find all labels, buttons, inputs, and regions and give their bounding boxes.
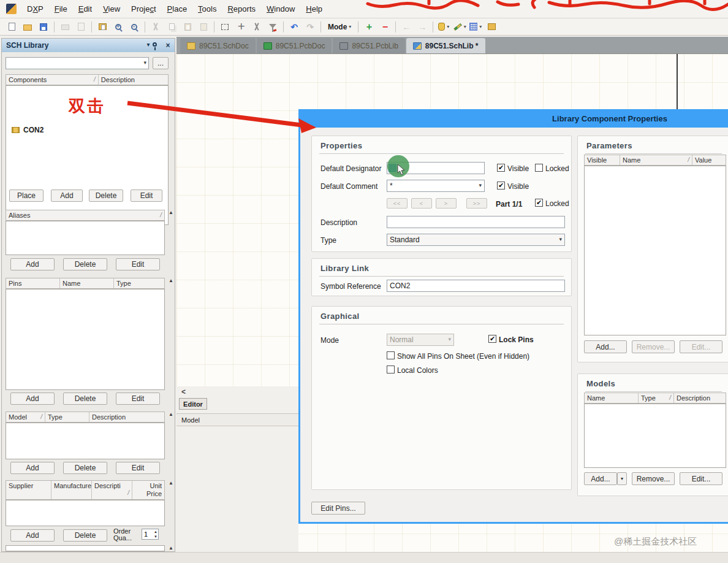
menu-view[interactable]: View <box>97 2 126 16</box>
add-pin-button[interactable]: Add <box>10 393 55 405</box>
panel-pin-icon[interactable] <box>153 42 161 47</box>
print-preview-icon[interactable] <box>74 20 88 34</box>
description-column-header[interactable]: Description <box>99 75 168 85</box>
edit-pins-button[interactable]: Edit Pins... <box>311 502 365 515</box>
scroll-up-icon[interactable]: ▲ <box>167 278 175 283</box>
grid-settings-icon[interactable]: ▾ <box>468 20 483 34</box>
aliases-column-header[interactable]: Aliases/ <box>6 210 164 220</box>
zoom-in-icon[interactable] <box>111 20 126 34</box>
add-part-icon[interactable]: + <box>362 20 376 34</box>
delete-model-button[interactable]: Delete <box>63 462 107 474</box>
add-supplier-button[interactable]: Add <box>10 529 55 542</box>
lock-pins-checkbox[interactable]: ✔ <box>488 335 496 343</box>
delete-alias-button[interactable]: Delete <box>63 258 107 270</box>
comment-visible-checkbox[interactable]: ✔ <box>497 182 505 190</box>
edit-parameter-button[interactable]: Edit... <box>680 340 722 353</box>
supplier-description-column-header[interactable]: Descripti/ <box>92 481 132 499</box>
component-row-con2[interactable]: CON2 <box>7 126 44 134</box>
delete-pin-button[interactable]: Delete <box>63 393 107 405</box>
filter-icon[interactable] <box>265 20 280 34</box>
tab-89c51-schdoc[interactable]: 89C51.SchDoc <box>180 38 256 53</box>
model-desc-column-header[interactable]: Description <box>674 393 726 403</box>
delete-supplier-button[interactable]: Delete <box>63 529 107 542</box>
add-model-dropdown-icon[interactable]: ▾ <box>617 472 627 485</box>
forward-icon[interactable]: → <box>415 20 430 34</box>
symbol-reference-field[interactable]: CON2 <box>387 280 565 292</box>
chevron-down-icon[interactable]: ▾ <box>143 59 146 66</box>
schematic-wire[interactable] <box>677 54 678 109</box>
pins-list[interactable] <box>6 289 165 390</box>
print-icon[interactable] <box>58 20 72 34</box>
model-section-bar[interactable]: Model <box>176 413 298 426</box>
type-combobox[interactable]: Standard ▾ <box>387 234 565 246</box>
edit-component-button[interactable]: Edit <box>131 190 162 202</box>
first-part-button[interactable]: << <box>387 198 408 209</box>
default-comment-combobox[interactable]: * ▾ <box>387 180 485 192</box>
last-part-button[interactable]: >> <box>466 198 487 209</box>
order-quantity-stepper[interactable]: 1 ▲▼ <box>142 529 159 540</box>
tab-89c51-schlib-[interactable]: 89C51.SchLib * <box>406 38 485 53</box>
undo-icon[interactable]: ↶ <box>287 20 301 34</box>
add-parameter-button[interactable]: Add... <box>584 340 627 353</box>
navigate-icon[interactable]: ▾ <box>436 20 451 34</box>
part-locked-checkbox[interactable]: ✔ <box>535 199 543 207</box>
scroll-up-icon[interactable]: ▲ <box>167 480 175 486</box>
model-type-column-header[interactable]: Type <box>45 412 89 422</box>
redo-icon[interactable]: ↷ <box>303 20 317 34</box>
tab-89c51-pcbdoc[interactable]: 89C51.PcbDoc <box>257 38 332 53</box>
aliases-list[interactable] <box>6 221 165 255</box>
bottom-list[interactable] <box>6 545 165 551</box>
save-icon[interactable] <box>36 20 51 34</box>
add-model-button[interactable]: Add... <box>584 472 617 485</box>
menu-help[interactable]: Help <box>300 2 328 16</box>
menu-window[interactable]: Window <box>261 2 300 16</box>
place-button[interactable]: Place <box>9 190 44 202</box>
scroll-up-icon[interactable]: ▲ <box>167 545 175 551</box>
chevron-down-icon[interactable]: ▾ <box>559 236 562 242</box>
menu-file[interactable]: File <box>49 2 73 16</box>
supplier-column-header[interactable]: Supplier <box>6 481 51 499</box>
pin-type-column-header[interactable]: Type <box>114 278 164 288</box>
model-column-header[interactable]: Model/ <box>6 412 45 422</box>
tab-editor[interactable]: Editor <box>179 398 207 410</box>
open-project-icon[interactable] <box>95 20 110 34</box>
back-icon[interactable]: ← <box>399 20 414 34</box>
add-model-button[interactable]: Add <box>10 462 55 474</box>
remove-parameter-button[interactable]: Remove... <box>632 340 675 353</box>
description-field[interactable] <box>387 216 565 228</box>
menu-place[interactable]: Place <box>162 2 193 16</box>
parameters-list[interactable] <box>584 166 726 335</box>
open-document-icon[interactable] <box>20 20 35 34</box>
panel-close-icon[interactable]: × <box>164 41 172 50</box>
drawing-tools-icon[interactable]: ▾ <box>452 20 467 34</box>
menu-dxp[interactable]: DXP <box>21 2 49 16</box>
manufacturer-column-header[interactable]: Manufacturer <box>51 481 92 499</box>
model-list[interactable] <box>6 423 165 459</box>
model-name-column-header[interactable]: Name <box>585 393 639 403</box>
menu-project[interactable]: Project <box>126 2 162 16</box>
show-all-pins-checkbox[interactable] <box>387 351 395 359</box>
move-object-icon[interactable] <box>233 20 248 34</box>
designator-locked-checkbox[interactable] <box>535 164 543 172</box>
select-area-icon[interactable] <box>218 20 232 34</box>
panel-menu-icon[interactable]: ▾ <box>144 41 153 48</box>
supplier-list[interactable] <box>6 500 165 526</box>
model-description-column-header[interactable]: Description <box>89 412 164 422</box>
components-column-header[interactable]: Components/ <box>6 75 99 85</box>
chevron-down-icon[interactable]: ▾ <box>479 182 482 188</box>
designator-visible-checkbox[interactable]: ✔ <box>497 164 505 172</box>
add-alias-button[interactable]: Add <box>10 258 55 270</box>
param-name-column-header[interactable]: Name/ <box>620 155 692 165</box>
unit-price-column-header[interactable]: Unit Price <box>132 481 164 499</box>
edit-model-button[interactable]: Edit <box>116 462 160 474</box>
component-filter-combobox[interactable]: ▾ <box>6 57 149 69</box>
add-component-button[interactable]: Add <box>51 190 83 202</box>
zoom-out-icon[interactable] <box>127 20 142 34</box>
paste-icon[interactable] <box>180 20 195 34</box>
edit-pin-button[interactable]: Edit <box>116 393 160 405</box>
models-list[interactable] <box>584 404 726 468</box>
delete-component-button[interactable]: Delete <box>89 190 123 202</box>
menu-edit[interactable]: Edit <box>73 2 97 16</box>
edit-alias-button[interactable]: Edit <box>116 258 160 270</box>
menu-tools[interactable]: Tools <box>192 2 222 16</box>
